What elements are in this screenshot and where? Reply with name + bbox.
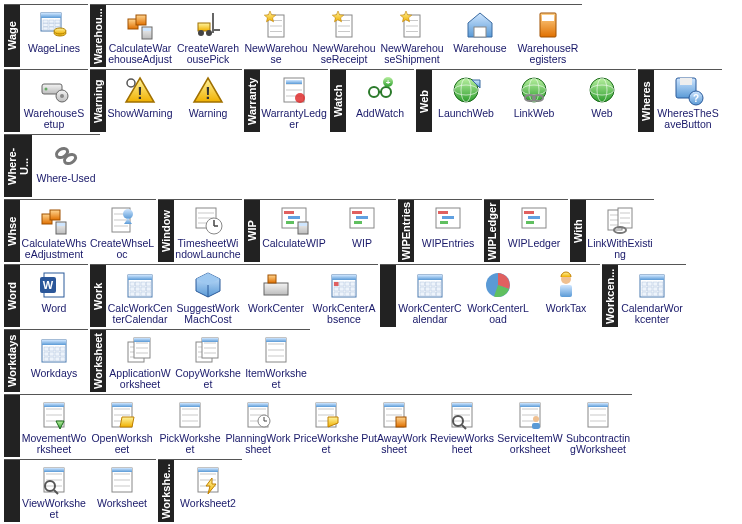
item-Where-Used[interactable]: Where-Used bbox=[32, 135, 100, 197]
svg-rect-148 bbox=[340, 282, 345, 286]
item-Warehouse[interactable]: Warehouse bbox=[446, 5, 514, 67]
item-CreateWhseLoc[interactable]: CreateWhseLoc bbox=[88, 200, 156, 262]
group-label: Wheres bbox=[638, 70, 654, 132]
item-AddWatch[interactable]: +AddWatch bbox=[346, 70, 414, 132]
item-ReviewWorksheet[interactable]: ReviewWorksheet bbox=[428, 395, 496, 457]
item-ItemWorksheet[interactable]: ItemWorksheet bbox=[242, 330, 310, 392]
item-LinkWeb[interactable]: LinkWeb bbox=[500, 70, 568, 132]
item-Word[interactable]: WWord bbox=[20, 265, 88, 327]
svg-rect-109 bbox=[440, 221, 448, 224]
item-Worksheet[interactable]: Worksheet bbox=[88, 460, 156, 522]
item-label: ItemWorksheet bbox=[243, 368, 309, 390]
item-NewWarehouseShipment[interactable]: NewWarehouseShipment bbox=[378, 5, 446, 67]
worksheet-icon bbox=[260, 334, 292, 366]
worksheet-open-icon bbox=[106, 399, 138, 431]
item-ApplicationWorksheet[interactable]: ApplicationWorksheet bbox=[106, 330, 174, 392]
svg-rect-134 bbox=[141, 287, 146, 291]
item-CreateWarehousePick[interactable]: CreateWarehousePick bbox=[174, 5, 242, 67]
item-Web[interactable]: Web bbox=[568, 70, 636, 132]
item-label: Word bbox=[21, 303, 87, 314]
item-CalculateWIP[interactable]: CalculateWIP bbox=[260, 200, 328, 262]
item-ShowWarning[interactable]: !ShowWarning bbox=[106, 70, 174, 132]
item-CopyWorksheet[interactable]: CopyWorksheet bbox=[174, 330, 242, 392]
svg-point-57 bbox=[381, 87, 391, 97]
item-WorkCenterLoad[interactable]: WorkCenterLoad bbox=[464, 265, 532, 327]
item-WorkCenter[interactable]: WorkCenter bbox=[242, 265, 310, 327]
svg-rect-257 bbox=[316, 403, 336, 407]
forklift-icon bbox=[192, 9, 224, 41]
svg-rect-150 bbox=[351, 282, 356, 286]
svg-rect-131 bbox=[147, 282, 152, 286]
item-WarehouseRegisters[interactable]: WarehouseRegisters bbox=[514, 5, 582, 67]
svg-text:+: + bbox=[386, 78, 391, 87]
item-SuggestWorkMachCost[interactable]: SuggestWorkMachCost bbox=[174, 265, 242, 327]
item-NewWarehouseReceipt[interactable]: NewWarehouseReceipt bbox=[310, 5, 378, 67]
item-label: MovementWorksheet bbox=[21, 433, 87, 455]
svg-rect-182 bbox=[659, 282, 664, 286]
item-Warning[interactable]: !Warning bbox=[174, 70, 242, 132]
item-ServiceItemWorksheet[interactable]: ServiceItemWorksheet bbox=[496, 395, 564, 457]
svg-rect-108 bbox=[442, 216, 454, 219]
svg-rect-155 bbox=[334, 292, 339, 296]
item-LaunchWeb[interactable]: LaunchWeb bbox=[432, 70, 500, 132]
item-PriceWorksheet[interactable]: PriceWorksheet bbox=[292, 395, 360, 457]
calendar-icon bbox=[414, 269, 446, 301]
item-label: CopyWorksheet bbox=[175, 368, 241, 390]
workcenter-icon bbox=[260, 269, 292, 301]
svg-text:?: ? bbox=[693, 93, 699, 104]
svg-rect-164 bbox=[431, 282, 436, 286]
item-Workdays[interactable]: Workdays bbox=[20, 330, 88, 392]
svg-rect-8 bbox=[43, 27, 48, 30]
item-WarehouseSetup[interactable]: WarehouseSetup bbox=[20, 70, 88, 132]
item-label: CreateWhseLoc bbox=[89, 238, 155, 260]
item-CalendarWorkcenter[interactable]: CalendarWorkcenter bbox=[618, 265, 686, 327]
item-WIPLedger[interactable]: WIPLedger bbox=[500, 200, 568, 262]
item-label: ReviewWorksheet bbox=[429, 433, 495, 455]
item-CalculateWarehouseAdjustment[interactable]: CalculateWarehouseAdjustment bbox=[106, 5, 174, 67]
item-TimesheetWindowLauncher[interactable]: TimesheetWindowLauncher bbox=[174, 200, 242, 262]
item-ViewWorksheet[interactable]: ViewWorksheet bbox=[20, 460, 88, 522]
item-label: CreateWarehousePick bbox=[175, 43, 241, 65]
item-WorkTax[interactable]: WorkTax bbox=[532, 265, 600, 327]
item-label: ServiceItemWorksheet bbox=[497, 433, 563, 455]
item-NewWarehouse[interactable]: NewWarehouse bbox=[242, 5, 310, 67]
group-Wheres: Wheres?WheresTheSaveButton bbox=[638, 69, 722, 132]
group-label: Whse bbox=[4, 200, 20, 262]
group-label: Warranty bbox=[244, 70, 260, 132]
item-PickWorksheet[interactable]: PickWorksheet bbox=[156, 395, 224, 457]
group-Word: WordWWord bbox=[4, 264, 88, 327]
item-OpenWorksheet[interactable]: OpenWorksheet bbox=[88, 395, 156, 457]
group-WIPEntries: WIPEntriesWIPEntries bbox=[398, 199, 482, 262]
item-Worksheet2[interactable]: Worksheet2 bbox=[174, 460, 242, 522]
item-PutAwayWorksheet[interactable]: PutAwayWorksheet bbox=[360, 395, 428, 457]
item-label: WarehouseRegisters bbox=[515, 43, 581, 65]
item-MovementWorksheet[interactable]: MovementWorksheet bbox=[20, 395, 88, 457]
item-WageLines[interactable]: WageLines bbox=[20, 5, 88, 67]
svg-rect-111 bbox=[524, 211, 534, 214]
item-WarrantyLedger[interactable]: WarrantyLedger bbox=[260, 70, 328, 132]
svg-rect-101 bbox=[299, 223, 307, 226]
server-gear-icon bbox=[38, 74, 70, 106]
item-WorkCenterCalendar[interactable]: WorkCenterCalendar bbox=[396, 265, 464, 327]
cube-icon bbox=[192, 269, 224, 301]
item-WIP[interactable]: WIP bbox=[328, 200, 396, 262]
svg-rect-194 bbox=[50, 347, 55, 351]
item-SubcontractingWorksheet[interactable]: SubcontractingWorksheet bbox=[564, 395, 632, 457]
item-PlanningWorksheet[interactable]: PlanningWorksheet bbox=[224, 395, 292, 457]
item-LinkWithExisting[interactable]: LinkWithExisting bbox=[586, 200, 654, 262]
item-label: PutAwayWorksheet bbox=[361, 433, 427, 455]
item-CalculateWhseAdjustment[interactable]: CalculateWhseAdjustment bbox=[20, 200, 88, 262]
item-WorkCenterAbsence[interactable]: WorkCenterAbsence bbox=[310, 265, 378, 327]
item-WheresTheSaveButton[interactable]: ?WheresTheSaveButton bbox=[654, 70, 722, 132]
disk-question-icon: ? bbox=[672, 74, 704, 106]
svg-rect-156 bbox=[340, 292, 345, 296]
svg-rect-14 bbox=[136, 15, 146, 25]
svg-rect-99 bbox=[286, 221, 294, 224]
svg-rect-161 bbox=[418, 275, 442, 280]
svg-rect-38 bbox=[474, 27, 486, 37]
item-CalcWorkCenterCalendar[interactable]: CalcWorkCenterCalendar bbox=[106, 265, 174, 327]
group-cont: MovementWorksheetOpenWorksheetPickWorksh… bbox=[4, 394, 632, 457]
item-WIPEntries[interactable]: WIPEntries bbox=[414, 200, 482, 262]
doc-star-icon bbox=[328, 9, 360, 41]
svg-rect-183 bbox=[642, 287, 647, 291]
